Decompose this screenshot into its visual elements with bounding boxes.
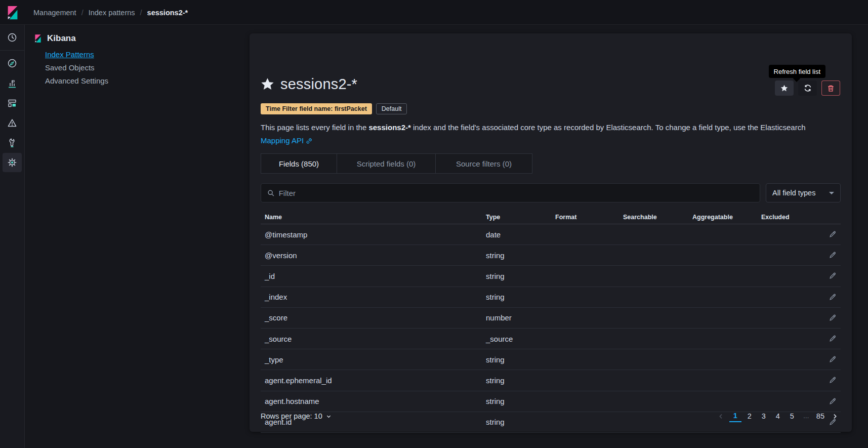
sidebar-item-management[interactable]	[3, 153, 22, 172]
field-aggregatable-cell	[688, 293, 757, 301]
edit-pencil-icon	[829, 335, 837, 343]
sidebar-item-alerts[interactable]	[3, 113, 22, 133]
sidebar-item-recently-viewed[interactable]	[3, 28, 22, 47]
next-page-button[interactable]	[829, 410, 841, 422]
sidebar-item-dashboard[interactable]	[3, 94, 22, 113]
star-icon	[780, 85, 788, 92]
chevron-down-icon	[829, 192, 834, 194]
edit-pencil-icon	[829, 230, 837, 238]
nav-link-saved-objects[interactable]: Saved Objects	[45, 63, 108, 72]
field-type-select[interactable]: All field types	[766, 183, 841, 202]
app-sidebar	[0, 25, 25, 448]
filter-field[interactable]	[261, 183, 760, 202]
delete-index-pattern-button[interactable]	[821, 80, 840, 96]
page-description: This page lists every field in the sessi…	[261, 121, 817, 147]
edit-field-button[interactable]	[820, 355, 841, 363]
edit-pencil-icon	[829, 376, 837, 384]
filter-row: All field types	[261, 183, 841, 202]
kibana-logo[interactable]	[0, 0, 25, 25]
tab-scripted-fields[interactable]: Scripted fields (0)	[337, 154, 436, 173]
edit-field-button[interactable]	[820, 376, 841, 384]
warning-triangle-icon	[7, 118, 17, 128]
field-searchable-cell	[619, 376, 688, 385]
edit-pencil-icon	[829, 397, 837, 405]
edit-field-button[interactable]	[820, 293, 841, 301]
nav-link-advanced-settings[interactable]: Advanced Settings	[45, 76, 108, 85]
page-title: sessions2-*	[280, 76, 357, 93]
kibana-app-header: Kibana	[33, 33, 76, 44]
edit-field-button[interactable]	[820, 397, 841, 405]
table-row: agent.hostnamestring	[261, 391, 841, 412]
breadcrumb-management[interactable]: Management	[33, 9, 76, 17]
previous-page-button[interactable]	[715, 410, 727, 422]
table-row: _idstring	[261, 266, 841, 287]
chevron-left-icon	[718, 413, 724, 420]
search-icon	[267, 189, 275, 197]
tab-fields[interactable]: Fields (850)	[261, 154, 337, 173]
breadcrumb-separator: /	[81, 9, 84, 17]
edit-field-button[interactable]	[820, 335, 841, 343]
page-button-3[interactable]: 3	[758, 410, 770, 422]
edit-field-button[interactable]	[820, 272, 841, 280]
top-bar: Management / Index patterns / sessions2-…	[0, 0, 868, 25]
page-button-5[interactable]: 5	[786, 410, 798, 422]
field-aggregatable-cell	[688, 230, 757, 239]
sidebar-item-visualize[interactable]	[3, 74, 22, 93]
edit-pencil-icon	[829, 272, 837, 280]
pagination-row: Rows per page: 10 12345…85	[261, 410, 841, 422]
rows-per-page-selector[interactable]: Rows per page: 10	[261, 412, 332, 420]
field-name-cell: _score	[261, 313, 482, 322]
edit-pencil-icon	[829, 293, 837, 301]
field-name-cell: @timestamp	[261, 230, 482, 239]
wrench-icon	[7, 138, 17, 148]
badges-row: Time Filter field name: firstPacket Defa…	[261, 103, 407, 114]
description-index-name: sessions2-*	[368, 123, 410, 132]
tab-source-filters[interactable]: Source filters (0)	[436, 154, 532, 173]
compass-icon	[7, 58, 17, 68]
mapping-api-link[interactable]: Mapping API	[261, 136, 304, 145]
time-filter-badge: Time Filter field name: firstPacket	[261, 103, 372, 114]
set-default-button[interactable]	[775, 80, 794, 96]
breadcrumb-current: sessions2-*	[147, 9, 188, 17]
field-searchable-cell	[619, 397, 688, 405]
breadcrumb-index-patterns[interactable]: Index patterns	[89, 9, 135, 17]
page-button-1[interactable]: 1	[729, 410, 741, 422]
field-type-cell: string	[482, 293, 551, 301]
gear-icon	[7, 157, 17, 168]
edit-field-button[interactable]	[820, 230, 841, 238]
field-type-cell: string	[482, 376, 551, 385]
nav-link-index-patterns[interactable]: Index Patterns	[45, 50, 108, 59]
sidebar-item-dev-tools[interactable]	[3, 133, 22, 152]
field-type-cell: number	[482, 313, 551, 322]
edit-field-button[interactable]	[820, 314, 841, 322]
edit-pencil-icon	[829, 314, 837, 322]
field-name-cell: @version	[261, 251, 482, 260]
page-button-4[interactable]: 4	[772, 410, 784, 422]
refresh-tooltip: Refresh field list	[769, 65, 825, 78]
fields-table-body: @timestampdate@versionstring_idstring_in…	[261, 224, 841, 433]
kibana-small-logo-icon	[33, 34, 43, 43]
pager-ellipsis: …	[800, 410, 812, 422]
field-type-cell: string	[482, 355, 551, 364]
page-button-2[interactable]: 2	[743, 410, 756, 422]
column-header-name: Name	[261, 214, 482, 221]
edit-field-button[interactable]	[820, 251, 841, 259]
table-row: agent.ephemeral_idstring	[261, 370, 841, 391]
field-type-cell: string	[482, 397, 551, 405]
table-row: @versionstring	[261, 245, 841, 266]
edit-pencil-icon	[829, 355, 837, 363]
breadcrumb-separator: /	[140, 9, 142, 17]
page-button-85[interactable]: 85	[814, 410, 826, 422]
field-name-cell: _index	[261, 293, 482, 301]
field-name-cell: _source	[261, 335, 482, 343]
field-type-cell: string	[482, 251, 551, 260]
field-aggregatable-cell	[688, 272, 757, 280]
chevron-down-icon	[326, 414, 332, 419]
sidebar-item-discover[interactable]	[3, 54, 22, 73]
sidebar-divider	[0, 50, 24, 51]
column-header-type: Type	[482, 214, 551, 221]
refresh-icon	[804, 84, 812, 92]
table-header: Name Type Format Searchable Aggregatable…	[261, 210, 841, 224]
refresh-field-list-button[interactable]	[798, 80, 817, 96]
filter-input[interactable]	[279, 189, 754, 197]
